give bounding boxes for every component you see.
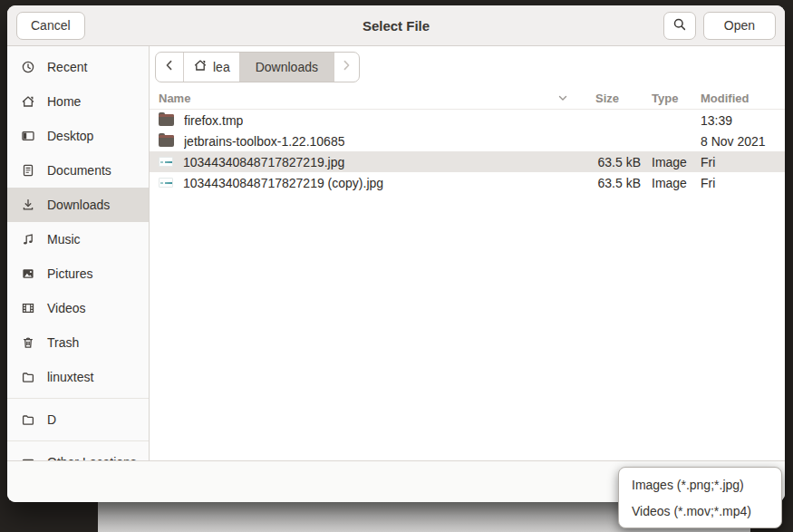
file-size: 63.5 kB xyxy=(577,176,641,190)
chevron-left-icon xyxy=(162,58,177,75)
sidebar-item-label: Pictures xyxy=(47,266,93,281)
file-type: Image xyxy=(641,155,701,169)
videos-icon xyxy=(21,301,35,315)
file-name: jetbrains-toolbox-1.22.10685 xyxy=(184,134,344,149)
sidebar-item-videos[interactable]: Videos xyxy=(7,291,149,325)
sidebar-item-label: Recent xyxy=(47,60,87,74)
sidebar-item-label: Music xyxy=(47,232,81,247)
sidebar-item-label: Desktop xyxy=(47,129,93,143)
file-row[interactable]: firefox.tmp 13:39 xyxy=(150,110,785,131)
breadcrumb: lea Downloads xyxy=(155,52,360,82)
column-header-size[interactable]: Size xyxy=(577,92,641,105)
folder-icon xyxy=(159,135,174,147)
sidebar-item-other-locations[interactable]: Other Locations xyxy=(7,445,149,460)
file-type: Image xyxy=(641,176,701,190)
file-modified: Fri xyxy=(701,155,785,169)
file-name: 10344340848717827219.jpg xyxy=(183,155,344,169)
folder-icon xyxy=(21,412,35,427)
sidebar-separator xyxy=(7,440,149,441)
search-button[interactable] xyxy=(663,12,696,40)
search-icon xyxy=(672,17,687,34)
places-sidebar: Recent Home Desktop Documents Downloads … xyxy=(7,46,150,460)
image-thumbnail-icon xyxy=(159,178,173,188)
path-forward-button[interactable] xyxy=(334,53,359,82)
path-segment-label: Downloads xyxy=(256,60,318,74)
music-icon xyxy=(21,232,35,247)
sidebar-item-recent[interactable]: Recent xyxy=(7,50,149,84)
dialog-body: Recent Home Desktop Documents Downloads … xyxy=(7,46,785,460)
image-thumbnail-icon xyxy=(159,157,173,167)
path-segment-home[interactable]: lea xyxy=(184,53,240,82)
file-modified: 8 Nov 2021 xyxy=(701,134,785,149)
path-back-button[interactable] xyxy=(156,53,184,82)
file-name: firefox.tmp xyxy=(184,113,243,128)
sidebar-item-home[interactable]: Home xyxy=(7,84,149,119)
folder-icon xyxy=(21,370,35,384)
file-modified: Fri xyxy=(701,176,785,190)
sidebar-item-label: Videos xyxy=(47,301,86,315)
sidebar-separator xyxy=(7,398,149,399)
file-row[interactable]: 10344340848717827219 (copy).jpg 63.5 kB … xyxy=(150,172,785,193)
sidebar-item-label: Downloads xyxy=(47,198,110,212)
folder-icon xyxy=(159,114,174,126)
dialog-headerbar: Cancel Select File Open xyxy=(7,5,785,46)
file-name: 10344340848717827219 (copy).jpg xyxy=(183,176,383,190)
documents-icon xyxy=(21,163,35,178)
sidebar-item-downloads[interactable]: Downloads xyxy=(7,188,149,222)
file-size: 63.5 kB xyxy=(577,155,641,169)
pictures-icon xyxy=(21,266,35,281)
sidebar-item-label: Documents xyxy=(47,163,111,178)
column-headers: Name Size Type Modified xyxy=(150,87,785,110)
home-icon xyxy=(21,94,35,109)
cancel-button[interactable]: Cancel xyxy=(16,12,85,40)
sidebar-item-label: Home xyxy=(47,94,81,109)
file-modified: 13:39 xyxy=(701,113,785,128)
sidebar-item-documents[interactable]: Documents xyxy=(7,153,149,188)
path-segment-current[interactable]: Downloads xyxy=(240,53,334,82)
filter-menu-item[interactable]: Images (*.png;*.jpg) xyxy=(619,471,781,498)
sidebar-item-trash[interactable]: Trash xyxy=(7,325,149,360)
sidebar-item-label: D xyxy=(47,412,56,427)
path-segment-label: lea xyxy=(213,60,230,74)
file-list: firefox.tmp 13:39 jetbrains-toolbox-1.22… xyxy=(150,110,785,460)
downloads-icon xyxy=(21,198,35,212)
file-row[interactable]: jetbrains-toolbox-1.22.10685 8 Nov 2021 xyxy=(150,131,785,151)
chevron-right-icon xyxy=(339,58,353,75)
open-button[interactable]: Open xyxy=(703,12,776,40)
file-chooser-dialog: Cancel Select File Open Recent Home Desk… xyxy=(7,5,785,502)
filter-menu-item[interactable]: Videos (*.mov;*.mp4) xyxy=(619,498,781,524)
dialog-title: Select File xyxy=(363,18,430,34)
headerbar-actions: Open xyxy=(663,12,776,40)
desktop-icon xyxy=(21,129,35,143)
column-label: Name xyxy=(159,92,190,105)
sidebar-item-linuxtest[interactable]: linuxtest xyxy=(7,360,149,394)
column-header-modified[interactable]: Modified xyxy=(701,92,785,105)
file-filter-menu: Images (*.png;*.jpg)Videos (*.mov;*.mp4) xyxy=(618,467,782,528)
sidebar-item-d[interactable]: D xyxy=(7,402,149,437)
home-icon xyxy=(193,58,208,75)
file-row[interactable]: 10344340848717827219.jpg 63.5 kB Image F… xyxy=(150,151,785,172)
sort-chevron-icon[interactable] xyxy=(556,91,570,105)
sidebar-item-music[interactable]: Music xyxy=(7,222,149,256)
column-header-name[interactable]: Name xyxy=(150,91,577,105)
column-header-type[interactable]: Type xyxy=(641,92,701,105)
sidebar-item-pictures[interactable]: Pictures xyxy=(7,256,149,291)
recent-clock-icon xyxy=(21,60,35,74)
file-browser-pane: lea Downloads Name xyxy=(150,46,785,460)
sidebar-item-label: linuxtest xyxy=(47,370,93,384)
path-bar-row: lea Downloads xyxy=(150,46,785,87)
sidebar-item-label: Trash xyxy=(47,335,79,350)
trash-icon xyxy=(21,335,35,350)
sidebar-item-desktop[interactable]: Desktop xyxy=(7,119,149,153)
